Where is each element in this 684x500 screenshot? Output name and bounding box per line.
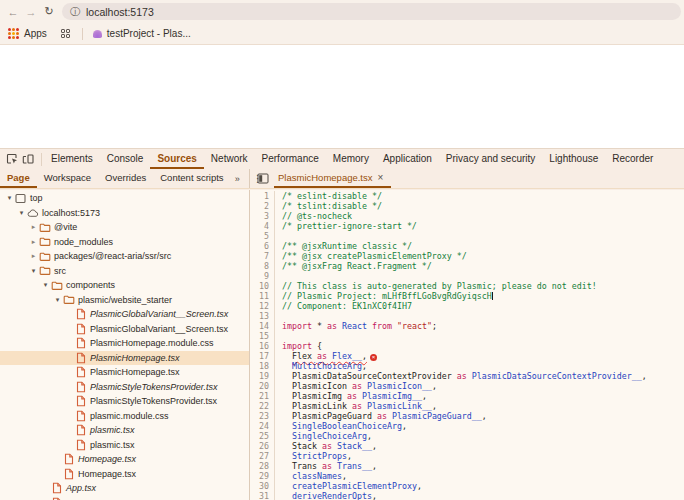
line-number[interactable]: 12 — [250, 301, 275, 311]
tree-item-localhost-5173[interactable]: ▾localhost:5173 — [0, 206, 249, 221]
code-line-11[interactable]: 11// Plasmic Project: mLHfBffLGoBvgRdGyi… — [250, 291, 684, 301]
apps-grid-icon[interactable] — [8, 28, 19, 39]
tree-item-plasmic-module-css[interactable]: plasmic.module.css — [0, 409, 249, 424]
line-number[interactable]: 13 — [250, 311, 275, 321]
line-number[interactable]: 11 — [250, 291, 275, 301]
tree-item-app-tsx[interactable]: App.tsx — [0, 481, 249, 496]
code-line-7[interactable]: 7/** @jsx createPlasmicElementProxy */ — [250, 251, 684, 261]
line-number[interactable]: 22 — [250, 401, 275, 411]
code-line-2[interactable]: 2/* tslint:disable */ — [250, 201, 684, 211]
tree-item-app-tsx[interactable]: App.tsx — [0, 496, 249, 500]
back-icon[interactable]: ← — [4, 6, 22, 18]
line-number[interactable]: 15 — [250, 331, 275, 341]
tree-item-node-modules[interactable]: ▸node_modules — [0, 235, 249, 250]
tree-item-plasmic-tsx[interactable]: plasmic.tsx — [0, 423, 249, 438]
code-line-16[interactable]: 16import { — [250, 341, 684, 351]
expanded-triangle-icon[interactable]: ▾ — [41, 281, 50, 289]
tab-memory[interactable]: Memory — [326, 149, 376, 169]
code-line-12[interactable]: 12// Component: EK1nXC0f4IH7 — [250, 301, 684, 311]
code-line-23[interactable]: 23 PlasmicPageGuard as PlasmicPageGuard_… — [250, 411, 684, 421]
line-number[interactable]: 28 — [250, 461, 275, 471]
line-number[interactable]: 3 — [250, 211, 275, 221]
code-line-5[interactable]: 5 — [250, 231, 684, 241]
tree-item-src[interactable]: ▾src — [0, 264, 249, 279]
tab-console[interactable]: Console — [100, 149, 151, 169]
expanded-triangle-icon[interactable]: ▾ — [5, 194, 14, 202]
error-icon[interactable]: × — [370, 354, 377, 361]
code-editor[interactable]: 1/* eslint-disable */2/* tslint:disable … — [250, 190, 684, 500]
line-number[interactable]: 31 — [250, 491, 275, 500]
tree-item-plasmicglobalvariant-screen-tsx[interactable]: PlasmicGlobalVariant__Screen.tsx — [0, 322, 249, 337]
line-number[interactable]: 8 — [250, 261, 275, 271]
code-line-9[interactable]: 9 — [250, 271, 684, 281]
tree-item-homepage-tsx[interactable]: Homepage.tsx — [0, 467, 249, 482]
code-line-30[interactable]: 30 createPlasmicElementProxy, — [250, 481, 684, 491]
forward-icon[interactable]: → — [22, 6, 40, 18]
line-number[interactable]: 2 — [250, 201, 275, 211]
collapsed-triangle-icon[interactable]: ▸ — [29, 238, 38, 246]
tree-item-plasmicstyletokensprovider-tsx[interactable]: PlasmicStyleTokensProvider.tsx — [0, 380, 249, 395]
pane-tab-workspace[interactable]: Workspace — [37, 169, 98, 188]
line-number[interactable]: 21 — [250, 391, 275, 401]
tree-item-plasmichomepage-tsx[interactable]: PlasmicHomepage.tsx — [0, 365, 249, 380]
tab-privacy-and-security[interactable]: Privacy and security — [439, 149, 542, 169]
tree-item-vite[interactable]: ▸@vite — [0, 220, 249, 235]
code-line-10[interactable]: 10// This class is auto-generated by Pla… — [250, 281, 684, 291]
code-line-24[interactable]: 24 SingleBooleanChoiceArg, — [250, 421, 684, 431]
tree-item-components[interactable]: ▾components — [0, 278, 249, 293]
code-line-3[interactable]: 3// @ts-nocheck — [250, 211, 684, 221]
bookmark-test-project[interactable]: testProject - Plas... — [107, 28, 191, 39]
pane-tab-overrides[interactable]: Overrides — [98, 169, 153, 188]
tree-item-plasmicglobalvariant-screen-tsx[interactable]: PlasmicGlobalVariant__Screen.tsx — [0, 307, 249, 322]
code-line-22[interactable]: 22 PlasmicLink as PlasmicLink__, — [250, 401, 684, 411]
line-number[interactable]: 4 — [250, 221, 275, 231]
code-line-8[interactable]: 8/** @jsxFrag React.Fragment */ — [250, 261, 684, 271]
line-number[interactable]: 19 — [250, 371, 275, 381]
line-number[interactable]: 5 — [250, 231, 275, 241]
line-number[interactable]: 14 — [250, 321, 275, 331]
tab-groups-icon[interactable] — [61, 29, 70, 38]
code-line-31[interactable]: 31 deriveRenderOpts, — [250, 491, 684, 500]
code-line-18[interactable]: 18 MultiChoiceArg, — [250, 361, 684, 371]
code-line-17[interactable]: 17 Flex as Flex__,× — [250, 351, 684, 361]
tab-lighthouse[interactable]: Lighthouse — [542, 149, 605, 169]
code-line-20[interactable]: 20 PlasmicIcon as PlasmicIcon__, — [250, 381, 684, 391]
tree-item-plasmic-tsx[interactable]: plasmic.tsx — [0, 438, 249, 453]
device-toolbar-icon[interactable] — [20, 152, 36, 166]
tree-item-plasmichomepage-module-css[interactable]: PlasmicHomepage.module.css — [0, 336, 249, 351]
code-line-1[interactable]: 1/* eslint-disable */ — [250, 191, 684, 201]
line-number[interactable]: 7 — [250, 251, 275, 261]
tab-network[interactable]: Network — [204, 149, 255, 169]
line-number[interactable]: 26 — [250, 441, 275, 451]
expanded-triangle-icon[interactable]: ▾ — [53, 296, 62, 304]
line-number[interactable]: 16 — [250, 341, 275, 351]
line-number[interactable]: 27 — [250, 451, 275, 461]
line-number[interactable]: 17 — [250, 351, 275, 361]
tab-application[interactable]: Application — [376, 149, 439, 169]
line-number[interactable]: 18 — [250, 361, 275, 371]
pane-tab-page[interactable]: Page — [0, 169, 37, 188]
apps-label[interactable]: Apps — [24, 28, 47, 39]
toggle-sidebar-icon[interactable] — [250, 169, 274, 188]
collapsed-triangle-icon[interactable]: ▸ — [29, 223, 38, 231]
code-line-15[interactable]: 15 — [250, 331, 684, 341]
close-tab-icon[interactable]: × — [378, 172, 384, 183]
line-number[interactable]: 29 — [250, 471, 275, 481]
line-number[interactable]: 20 — [250, 381, 275, 391]
tab-plasmichomepage-tsx[interactable]: PlasmicHomepage.tsx × — [274, 169, 391, 188]
tree-item-plasmic-website-starter[interactable]: ▾plasmic/website_starter — [0, 293, 249, 308]
tab-performance[interactable]: Performance — [255, 149, 326, 169]
code-line-26[interactable]: 26 Stack as Stack__, — [250, 441, 684, 451]
line-number[interactable]: 30 — [250, 481, 275, 491]
code-line-21[interactable]: 21 PlasmicImg as PlasmicImg__, — [250, 391, 684, 401]
tab-recorder[interactable]: Recorder — [605, 149, 660, 169]
line-number[interactable]: 24 — [250, 421, 275, 431]
tree-item-homepage-tsx[interactable]: Homepage.tsx — [0, 452, 249, 467]
line-number[interactable]: 25 — [250, 431, 275, 441]
more-tabs-icon[interactable]: » — [231, 169, 245, 188]
code-line-29[interactable]: 29 classNames, — [250, 471, 684, 481]
reload-icon[interactable]: ↻ — [40, 5, 58, 18]
collapsed-triangle-icon[interactable]: ▸ — [29, 252, 38, 260]
url-bar[interactable]: ⓘ localhost:5173 — [62, 3, 681, 20]
tree-item-packages-react-aria-ssr-src[interactable]: ▸packages/@react-aria/ssr/src — [0, 249, 249, 264]
